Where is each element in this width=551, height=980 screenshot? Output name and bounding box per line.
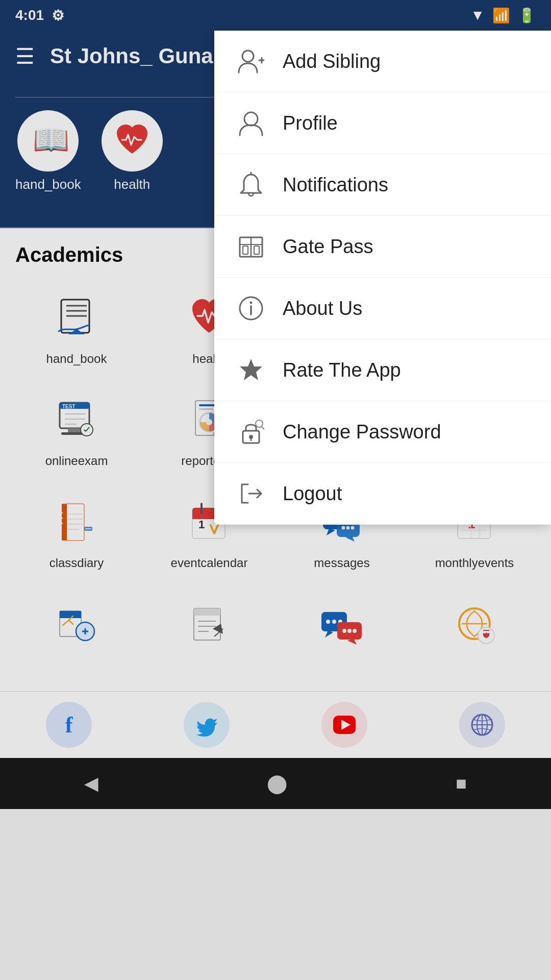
info-icon	[235, 292, 267, 325]
svg-point-139	[249, 435, 253, 439]
gate-pass-label: Gate Pass	[283, 236, 373, 258]
star-icon	[235, 354, 267, 386]
gate-icon	[235, 230, 267, 263]
rate-app-label: Rate The App	[283, 359, 401, 381]
svg-line-142	[262, 427, 264, 431]
svg-rect-132	[243, 246, 248, 254]
logout-icon	[235, 477, 267, 510]
change-password-label: Change Password	[283, 421, 441, 443]
person-add-icon	[235, 45, 267, 78]
menu-item-notifications[interactable]: Notifications	[214, 154, 551, 216]
menu-item-about-us[interactable]: About Us	[214, 278, 551, 339]
svg-point-126	[244, 112, 258, 126]
svg-point-136	[250, 302, 253, 304]
svg-point-123	[242, 51, 254, 62]
menu-item-profile[interactable]: Profile	[214, 92, 551, 154]
menu-item-rate-app[interactable]: Rate The App	[214, 339, 551, 401]
menu-item-logout[interactable]: Logout	[214, 463, 551, 525]
add-sibling-label: Add Sibling	[283, 51, 381, 72]
about-us-label: About Us	[283, 298, 362, 320]
dropdown-menu: Add Sibling Profile Notifications	[214, 31, 551, 525]
profile-label: Profile	[283, 112, 338, 134]
notifications-label: Notifications	[283, 174, 388, 196]
svg-rect-133	[254, 246, 259, 254]
person-icon	[235, 107, 267, 139]
lock-icon	[235, 415, 267, 448]
svg-point-141	[256, 420, 263, 427]
menu-item-add-sibling[interactable]: Add Sibling	[214, 31, 551, 92]
bell-icon	[235, 168, 267, 201]
svg-marker-137	[240, 359, 262, 380]
menu-item-change-password[interactable]: Change Password	[214, 401, 551, 463]
logout-label: Logout	[283, 483, 342, 505]
menu-item-gate-pass[interactable]: Gate Pass	[214, 216, 551, 278]
